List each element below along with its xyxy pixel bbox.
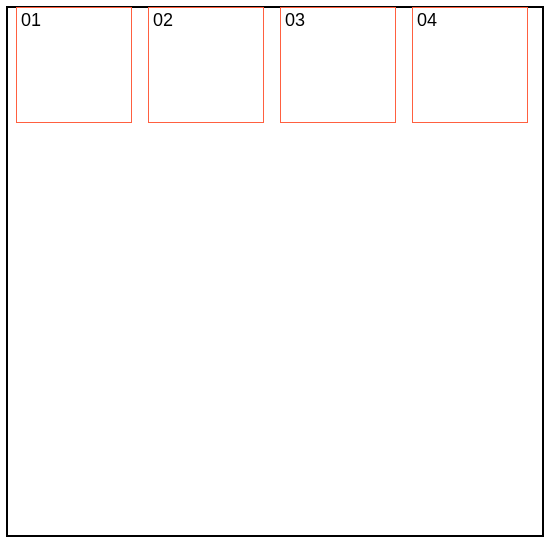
box-label: 01 <box>21 10 41 30</box>
box-label: 04 <box>417 10 437 30</box>
grid-box: 03 <box>280 7 396 123</box>
box-label: 02 <box>153 10 173 30</box>
grid-box: 04 <box>412 7 528 123</box>
grid-box: 02 <box>148 7 264 123</box>
grid-box: 01 <box>16 7 132 123</box>
box-label: 03 <box>285 10 305 30</box>
outer-container: 01 02 03 04 <box>6 6 544 537</box>
